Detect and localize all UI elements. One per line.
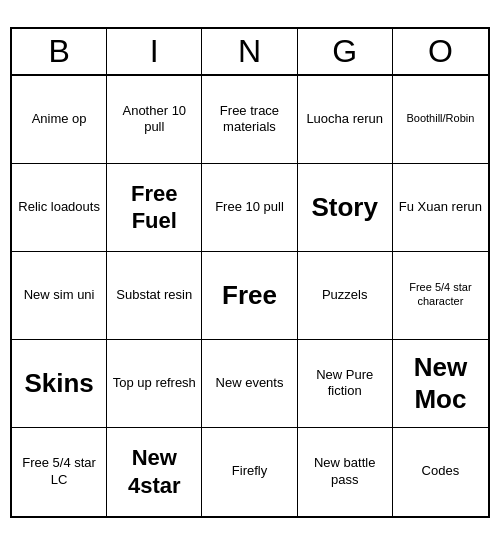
cell-text: New 4star	[111, 444, 197, 499]
header-letter: B	[12, 29, 107, 74]
bingo-cell: Anime op	[12, 76, 107, 164]
cell-text: Story	[311, 191, 377, 224]
header-letter: I	[107, 29, 202, 74]
bingo-cell: Firefly	[202, 428, 297, 516]
bingo-cell: Free 5/4 star LC	[12, 428, 107, 516]
cell-text: Puzzels	[322, 287, 368, 303]
bingo-cell: New Pure fiction	[298, 340, 393, 428]
cell-text: Anime op	[32, 111, 87, 127]
bingo-cell: New sim uni	[12, 252, 107, 340]
bingo-cell: Free trace materials	[202, 76, 297, 164]
bingo-cell: Free 5/4 star character	[393, 252, 488, 340]
cell-text: New sim uni	[24, 287, 95, 303]
cell-text: Substat resin	[116, 287, 192, 303]
bingo-card: BINGO Anime opAnother 10 pullFree trace …	[10, 27, 490, 518]
cell-text: Free Fuel	[111, 180, 197, 235]
bingo-cell: New events	[202, 340, 297, 428]
cell-text: Relic loadouts	[18, 199, 100, 215]
bingo-cell: Another 10 pull	[107, 76, 202, 164]
cell-text: New events	[216, 375, 284, 391]
cell-text: Free 5/4 star LC	[16, 455, 102, 488]
bingo-cell: New Moc	[393, 340, 488, 428]
cell-text: Codes	[422, 463, 460, 479]
cell-text: Luocha rerun	[306, 111, 383, 127]
cell-text: Free trace materials	[206, 103, 292, 136]
bingo-grid: Anime opAnother 10 pullFree trace materi…	[12, 76, 488, 516]
header-letter: O	[393, 29, 488, 74]
cell-text: New battle pass	[302, 455, 388, 488]
bingo-header: BINGO	[12, 29, 488, 76]
bingo-cell: Puzzels	[298, 252, 393, 340]
bingo-cell: Skins	[12, 340, 107, 428]
bingo-cell: Luocha rerun	[298, 76, 393, 164]
cell-text: New Moc	[397, 351, 484, 416]
header-letter: N	[202, 29, 297, 74]
cell-text: Firefly	[232, 463, 267, 479]
cell-text: Fu Xuan rerun	[399, 199, 482, 215]
bingo-cell: Relic loadouts	[12, 164, 107, 252]
bingo-cell: New 4star	[107, 428, 202, 516]
cell-text: Free 5/4 star character	[397, 281, 484, 309]
cell-text: Another 10 pull	[111, 103, 197, 136]
bingo-cell: Free Fuel	[107, 164, 202, 252]
bingo-cell: Fu Xuan rerun	[393, 164, 488, 252]
bingo-cell: Boothill/Robin	[393, 76, 488, 164]
bingo-cell: Codes	[393, 428, 488, 516]
cell-text: Boothill/Robin	[406, 112, 474, 126]
bingo-cell: Free 10 pull	[202, 164, 297, 252]
bingo-cell: New battle pass	[298, 428, 393, 516]
cell-text: Top up refresh	[113, 375, 196, 391]
bingo-cell: Substat resin	[107, 252, 202, 340]
cell-text: Free 10 pull	[215, 199, 284, 215]
cell-text: New Pure fiction	[302, 367, 388, 400]
bingo-cell: Free	[202, 252, 297, 340]
bingo-cell: Top up refresh	[107, 340, 202, 428]
cell-text: Skins	[24, 367, 93, 400]
header-letter: G	[298, 29, 393, 74]
cell-text: Free	[222, 279, 277, 312]
bingo-cell: Story	[298, 164, 393, 252]
